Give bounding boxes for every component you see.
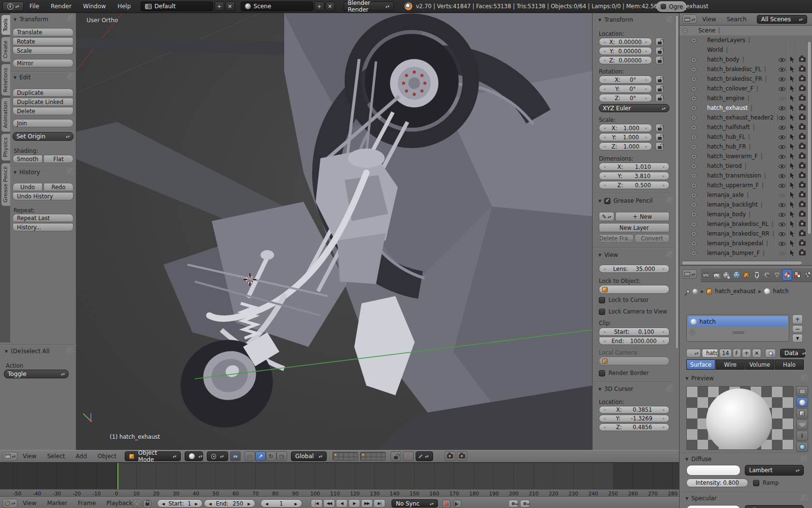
ramp-row[interactable]: Ramp bbox=[753, 479, 779, 486]
unlink-material-button[interactable]: ✕ bbox=[752, 349, 761, 358]
outliner-row[interactable]: + hatch_engine | bbox=[680, 93, 812, 103]
expand-icon[interactable]: + bbox=[691, 183, 696, 188]
pin-icon[interactable] bbox=[686, 289, 691, 294]
frame-start-field[interactable]: ◂Start:1▸ bbox=[157, 499, 203, 508]
selectable-icon[interactable] bbox=[790, 124, 795, 131]
panel-drag-corner[interactable] bbox=[67, 168, 74, 175]
expand-icon[interactable]: + bbox=[691, 144, 696, 149]
render-icon[interactable] bbox=[799, 164, 806, 168]
render-icon[interactable] bbox=[799, 173, 806, 178]
outliner-view-menu[interactable]: View bbox=[697, 16, 721, 23]
properties-tab[interactable]: ▽ bbox=[782, 269, 792, 281]
render-icon[interactable] bbox=[799, 183, 806, 188]
outliner-row[interactable]: + hatch_halfshaft | bbox=[680, 122, 812, 132]
npanel-transform-header[interactable]: ▼ Transform bbox=[598, 16, 633, 23]
render-icon[interactable] bbox=[799, 86, 806, 91]
lock-camera-checkbox[interactable] bbox=[599, 309, 605, 315]
operator-panel-header[interactable]: ▼ (De)select All bbox=[5, 348, 50, 355]
lock-icon[interactable] bbox=[655, 56, 664, 64]
menu-item[interactable]: Marker bbox=[42, 500, 72, 507]
material-name-field[interactable]: hatc bbox=[702, 349, 718, 358]
ogre-checkbox[interactable] bbox=[661, 4, 666, 9]
menu-item[interactable]: File bbox=[24, 3, 45, 10]
outliner-row[interactable]: + hatch_lowerarm_F | bbox=[680, 151, 812, 161]
close-scene-button[interactable]: ✕ bbox=[325, 1, 335, 11]
slot-expand-icon[interactable]: + bbox=[689, 329, 695, 335]
number-field-row[interactable]: ◂Z:1.000▸ bbox=[599, 142, 664, 150]
lock-time-icon[interactable] bbox=[143, 500, 151, 508]
frame-end-field[interactable]: ◂End:250▸ bbox=[204, 499, 255, 508]
editor-type-dropdown[interactable]: ▲▼ bbox=[3, 452, 17, 461]
transport-button[interactable]: ▶| bbox=[374, 499, 385, 508]
number-field-row[interactable]: ◂X:1.010▸ bbox=[599, 163, 669, 171]
preview-hair-button[interactable]: ⫼ bbox=[796, 431, 808, 441]
menu-item[interactable]: Add bbox=[71, 453, 92, 460]
render-icon[interactable] bbox=[799, 154, 806, 159]
panel-drag-corner[interactable] bbox=[667, 251, 673, 258]
nodes-button[interactable] bbox=[765, 349, 776, 358]
lock-to-cursor-checkbox[interactable] bbox=[599, 297, 605, 303]
insert-keyframe-button[interactable] bbox=[508, 500, 518, 508]
selectable-icon[interactable] bbox=[790, 86, 795, 92]
menu-item[interactable]: Render bbox=[45, 3, 77, 10]
screen-layout-selector[interactable]: Default bbox=[141, 1, 213, 11]
editor-type-dropdown[interactable]: ▲▼ bbox=[682, 15, 697, 24]
render-icon[interactable] bbox=[799, 57, 806, 62]
expand-icon[interactable]: + bbox=[691, 105, 696, 111]
material-slots-list[interactable]: hatch + bbox=[686, 314, 789, 342]
number-field-row[interactable]: ◂Z:0.4856▸ bbox=[599, 423, 669, 431]
pivot-dropdown[interactable]: ▲▼ bbox=[207, 451, 228, 461]
lock-icon[interactable] bbox=[655, 94, 664, 102]
selectable-icon[interactable] bbox=[790, 153, 795, 160]
number-field-row[interactable]: ◂Z:0.500▸ bbox=[599, 181, 669, 189]
expand-icon[interactable]: + bbox=[691, 154, 696, 159]
selectable-icon[interactable] bbox=[790, 66, 795, 73]
outliner-row[interactable]: + lemanja_brakedisc_RR | bbox=[680, 229, 812, 239]
selectable-icon[interactable] bbox=[790, 115, 795, 121]
selectable-icon[interactable] bbox=[790, 202, 795, 208]
outliner-row[interactable]: + lemanja_backlight | bbox=[680, 200, 812, 209]
outliner-row[interactable]: + hatch_exhaust | bbox=[680, 103, 812, 113]
eye-icon[interactable] bbox=[779, 57, 785, 62]
ramp-checkbox[interactable] bbox=[753, 480, 759, 486]
diffuse-shader-dropdown[interactable]: Lambert ▲▼ bbox=[745, 465, 804, 476]
lock-to-object-field[interactable] bbox=[599, 285, 669, 294]
breadcrumb-object[interactable]: hatch_exhaust bbox=[715, 288, 755, 295]
transport-button[interactable]: |◀ bbox=[311, 499, 322, 508]
opengl-render-icon[interactable] bbox=[445, 451, 455, 461]
render-icon[interactable] bbox=[799, 251, 806, 255]
panel-drag-corner[interactable] bbox=[667, 385, 673, 392]
outliner-row[interactable]: + hatch_tierod | bbox=[680, 161, 812, 171]
selectable-icon[interactable] bbox=[790, 105, 795, 111]
eye-icon[interactable] bbox=[779, 240, 785, 246]
render-icon[interactable] bbox=[799, 96, 806, 101]
new-material-button[interactable]: + bbox=[742, 349, 751, 358]
duplicate-linked-button[interactable]: Duplicate Linked bbox=[13, 98, 73, 106]
material-type-button[interactable]: Halo bbox=[775, 359, 804, 370]
menu-item[interactable]: Help bbox=[112, 3, 136, 10]
specular-shader-dropdown[interactable]: Blinn ▲▼ bbox=[745, 505, 804, 508]
scene-selector[interactable]: Scene bbox=[241, 1, 313, 11]
outliner-row[interactable]: + RenderLayers | bbox=[680, 35, 812, 45]
current-frame-field[interactable]: ◂1▸ bbox=[261, 499, 302, 508]
expand-icon[interactable]: − bbox=[682, 28, 688, 33]
selectable-icon[interactable] bbox=[790, 95, 795, 102]
eye-icon[interactable] bbox=[779, 144, 785, 149]
duplicate-button[interactable]: Duplicate bbox=[13, 89, 73, 97]
lock-icon[interactable] bbox=[655, 133, 664, 141]
outliner-hscrollbar[interactable] bbox=[682, 261, 802, 265]
selectable-icon[interactable] bbox=[790, 76, 795, 82]
gp-delete-frame-button[interactable]: Delete Fra... bbox=[599, 234, 634, 242]
outliner-vscrollbar[interactable] bbox=[807, 41, 812, 235]
close-layout-button[interactable]: ✕ bbox=[225, 1, 235, 11]
outliner-search-menu[interactable]: Search bbox=[721, 16, 752, 23]
record-button[interactable] bbox=[442, 500, 450, 508]
fake-user-button[interactable]: F bbox=[733, 349, 741, 358]
rotation-mode-dropdown[interactable]: XYZ Euler ▲▼ bbox=[599, 104, 669, 112]
ogre-toggle-button[interactable]: Ogre bbox=[656, 1, 686, 12]
rotate-button[interactable]: Rotate bbox=[13, 37, 73, 45]
outliner-row[interactable]: + hatch_body | bbox=[680, 55, 812, 64]
selectable-icon[interactable] bbox=[790, 144, 795, 150]
expand-icon[interactable]: + bbox=[691, 164, 696, 169]
number-field-row[interactable]: ◂Y:3.810▸ bbox=[599, 172, 669, 180]
